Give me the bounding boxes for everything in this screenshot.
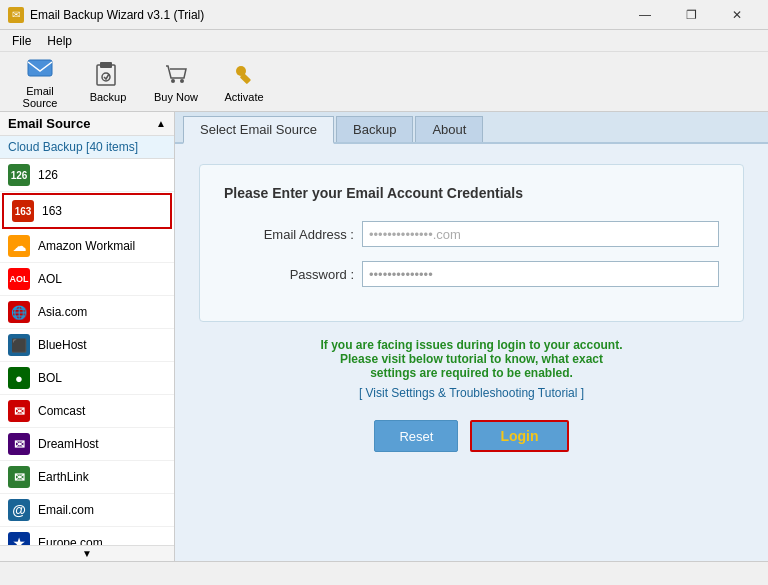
email-row: Email Address : bbox=[224, 221, 719, 247]
main-container: Email Source ▲ Cloud Backup [40 items] 1… bbox=[0, 112, 768, 561]
icon-email-com: @ bbox=[8, 499, 30, 521]
sidebar-scroll-down[interactable]: ▼ bbox=[0, 545, 174, 561]
status-bar bbox=[0, 561, 768, 585]
label-email-com: Email.com bbox=[38, 503, 94, 517]
panel-title: Please Enter your Email Account Credenti… bbox=[224, 185, 719, 201]
password-input[interactable] bbox=[362, 261, 719, 287]
button-row: Reset Login bbox=[199, 420, 744, 452]
sidebar-item-aol[interactable]: AOL AOL bbox=[0, 263, 174, 296]
title-bar-left: ✉ Email Backup Wizard v3.1 (Trial) bbox=[8, 7, 204, 23]
tab-about[interactable]: About bbox=[415, 116, 483, 142]
svg-point-4 bbox=[171, 79, 175, 83]
icon-bluehost: ⬛ bbox=[8, 334, 30, 356]
sidebar-item-comcast[interactable]: ✉ Comcast bbox=[0, 395, 174, 428]
icon-bol: ● bbox=[8, 367, 30, 389]
email-source-icon bbox=[26, 54, 54, 82]
sidebar-scroll-area[interactable]: Cloud Backup [40 items] 126 126 163 163 … bbox=[0, 136, 174, 545]
icon-dreamhost: ✉ bbox=[8, 433, 30, 455]
svg-rect-2 bbox=[100, 62, 112, 68]
label-asia-com: Asia.com bbox=[38, 305, 87, 319]
sidebar-scroll-up[interactable]: ▲ bbox=[156, 118, 166, 129]
tab-backup[interactable]: Backup bbox=[336, 116, 413, 142]
backup-label: Backup bbox=[90, 91, 127, 103]
app-title: Email Backup Wizard v3.1 (Trial) bbox=[30, 8, 204, 22]
label-aol: AOL bbox=[38, 272, 62, 286]
label-bluehost: BlueHost bbox=[38, 338, 87, 352]
sidebar-item-126[interactable]: 126 126 bbox=[0, 159, 174, 192]
sidebar-item-163[interactable]: 163 163 bbox=[2, 193, 172, 229]
label-bol: BOL bbox=[38, 371, 62, 385]
buy-now-label: Buy Now bbox=[154, 91, 198, 103]
icon-aol: AOL bbox=[8, 268, 30, 290]
icon-163: 163 bbox=[12, 200, 34, 222]
app-icon: ✉ bbox=[8, 7, 24, 23]
content-area: Select Email Source Backup About Please … bbox=[175, 112, 768, 561]
icon-asia-com: 🌐 bbox=[8, 301, 30, 323]
icon-amazon-workmail: ☁ bbox=[8, 235, 30, 257]
sidebar-item-europe-com[interactable]: ★ Europe.com bbox=[0, 527, 174, 545]
label-europe-com: Europe.com bbox=[38, 536, 103, 545]
toolbar-email-source[interactable]: Email Source bbox=[8, 56, 72, 108]
sidebar-header: Email Source ▲ bbox=[0, 112, 174, 136]
sidebar-item-bol[interactable]: ● BOL bbox=[0, 362, 174, 395]
backup-icon bbox=[94, 60, 122, 88]
label-amazon-workmail: Amazon Workmail bbox=[38, 239, 135, 253]
svg-point-5 bbox=[180, 79, 184, 83]
sidebar-item-asia-com[interactable]: 🌐 Asia.com bbox=[0, 296, 174, 329]
sidebar-item-email-com[interactable]: @ Email.com bbox=[0, 494, 174, 527]
cloud-backup-item[interactable]: Cloud Backup [40 items] bbox=[0, 136, 174, 159]
content-panel: Please Enter your Email Account Credenti… bbox=[175, 144, 768, 561]
sidebar-item-earthlink[interactable]: ✉ EarthLink bbox=[0, 461, 174, 494]
label-126: 126 bbox=[38, 168, 58, 182]
warning-text: If you are facing issues during login to… bbox=[199, 338, 744, 380]
tab-bar: Select Email Source Backup About bbox=[175, 112, 768, 144]
tutorial-link[interactable]: [ Visit Settings & Troubleshooting Tutor… bbox=[199, 386, 744, 400]
email-label: Email Address : bbox=[224, 227, 354, 242]
password-label: Password : bbox=[224, 267, 354, 282]
password-row: Password : bbox=[224, 261, 719, 287]
window-controls: — ❐ ✕ bbox=[622, 0, 760, 30]
sidebar-title: Email Source bbox=[8, 116, 90, 131]
activate-icon bbox=[230, 60, 258, 88]
menu-bar: File Help bbox=[0, 30, 768, 52]
toolbar-activate[interactable]: Activate bbox=[212, 56, 276, 108]
label-dreamhost: DreamHost bbox=[38, 437, 99, 451]
toolbar: Email Source Backup Buy Now bbox=[0, 52, 768, 112]
menu-file[interactable]: File bbox=[4, 32, 39, 50]
toolbar-buy-now[interactable]: Buy Now bbox=[144, 56, 208, 108]
activate-label: Activate bbox=[224, 91, 263, 103]
label-comcast: Comcast bbox=[38, 404, 85, 418]
icon-europe-com: ★ bbox=[8, 532, 30, 545]
label-earthlink: EarthLink bbox=[38, 470, 89, 484]
title-bar: ✉ Email Backup Wizard v3.1 (Trial) — ❐ ✕ bbox=[0, 0, 768, 30]
minimize-button[interactable]: — bbox=[622, 0, 668, 30]
sidebar-item-amazon-workmail[interactable]: ☁ Amazon Workmail bbox=[0, 230, 174, 263]
svg-rect-0 bbox=[28, 60, 52, 76]
tab-select-email-source[interactable]: Select Email Source bbox=[183, 116, 334, 144]
icon-comcast: ✉ bbox=[8, 400, 30, 422]
sidebar: Email Source ▲ Cloud Backup [40 items] 1… bbox=[0, 112, 175, 561]
label-163: 163 bbox=[42, 204, 62, 218]
close-button[interactable]: ✕ bbox=[714, 0, 760, 30]
sidebar-item-bluehost[interactable]: ⬛ BlueHost bbox=[0, 329, 174, 362]
maximize-button[interactable]: ❐ bbox=[668, 0, 714, 30]
email-source-label: Email Source bbox=[8, 85, 72, 109]
login-button[interactable]: Login bbox=[470, 420, 568, 452]
icon-126: 126 bbox=[8, 164, 30, 186]
email-input[interactable] bbox=[362, 221, 719, 247]
reset-button[interactable]: Reset bbox=[374, 420, 458, 452]
credentials-box: Please Enter your Email Account Credenti… bbox=[199, 164, 744, 322]
buy-now-icon bbox=[162, 60, 190, 88]
sidebar-item-dreamhost[interactable]: ✉ DreamHost bbox=[0, 428, 174, 461]
toolbar-backup[interactable]: Backup bbox=[76, 56, 140, 108]
icon-earthlink: ✉ bbox=[8, 466, 30, 488]
cloud-backup-label: Cloud Backup [40 items] bbox=[8, 140, 138, 154]
menu-help[interactable]: Help bbox=[39, 32, 80, 50]
